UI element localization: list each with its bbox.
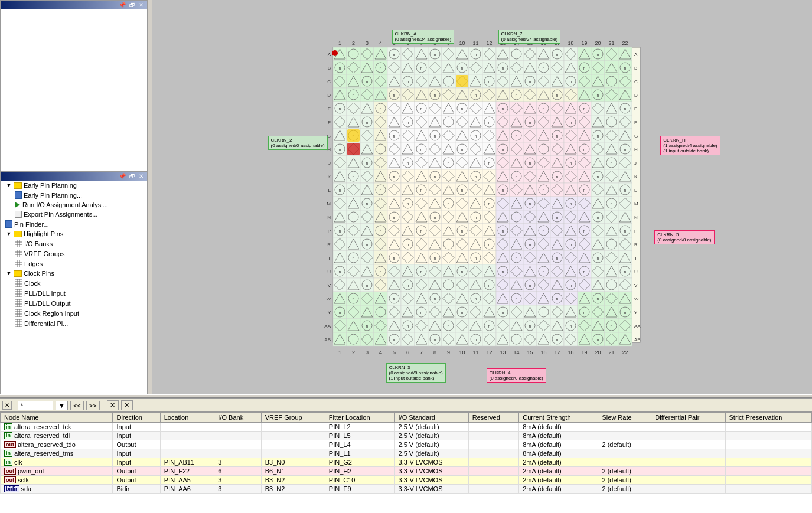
table-cell: 2mA (default) bbox=[519, 485, 598, 494]
tasks-close-icon[interactable]: ✕ bbox=[138, 173, 145, 179]
table-cell: outpwm_out bbox=[1, 467, 113, 476]
table-row[interactable]: outaltera_reserved_tdoOutputPIN_L42.5 V … bbox=[1, 440, 812, 449]
svg-text:F: F bbox=[634, 120, 637, 125]
table-cell: outsclk bbox=[1, 476, 113, 485]
tasks-float-icon[interactable]: 🗗 bbox=[128, 173, 136, 179]
svg-rect-797 bbox=[591, 224, 605, 237]
svg-rect-678 bbox=[496, 197, 510, 210]
next-btn[interactable]: >> bbox=[86, 401, 100, 410]
svg-text:n: n bbox=[596, 297, 599, 301]
callout-clk-5-label: CLKRN_5 bbox=[657, 232, 711, 237]
svg-text:4: 4 bbox=[379, 40, 381, 46]
svg-text:22: 22 bbox=[622, 40, 628, 46]
svg-text:P: P bbox=[634, 228, 637, 234]
tree-item-early-pin-planning-item[interactable]: Early Pin Planning... bbox=[1, 190, 147, 200]
panel-divider[interactable] bbox=[148, 0, 152, 394]
tree-item-pll-dll-output[interactable]: PLL/DLL Output bbox=[1, 298, 147, 308]
named-input[interactable] bbox=[18, 401, 53, 410]
table-row[interactable]: inaltera_reserved_tdiInputPIN_L52.5 V (d… bbox=[1, 432, 812, 440]
callout-clk-h-sublabel: (1 assigned/4 assignable) bbox=[663, 143, 717, 148]
svg-rect-503 bbox=[374, 156, 387, 169]
svg-text:n: n bbox=[610, 80, 612, 84]
svg-text:21: 21 bbox=[608, 349, 614, 355]
svg-text:n: n bbox=[406, 202, 409, 206]
table-row[interactable]: inclkInputPIN_AB113B3_N0PIN_G23.3-V LVCM… bbox=[1, 458, 812, 467]
table-cell: 3.3-V LVCMOS bbox=[394, 476, 468, 485]
table-row[interactable]: bidirsdaBidirPIN_AA63B3_N2PIN_E93.3-V LV… bbox=[1, 485, 812, 494]
svg-text:n: n bbox=[338, 188, 341, 192]
prev-btn[interactable]: << bbox=[70, 401, 84, 410]
table-container[interactable]: Node NameDirectionLocationI/O BankVREF G… bbox=[0, 412, 812, 513]
edit-x-btn2[interactable]: ✕ bbox=[121, 400, 133, 410]
svg-rect-1028 bbox=[442, 292, 455, 305]
tree-item-clock[interactable]: Clock bbox=[1, 278, 147, 288]
svg-text:n: n bbox=[474, 175, 477, 179]
table-cell bbox=[598, 432, 651, 440]
tree-item-pll-dll-input[interactable]: PLL/DLL Input bbox=[1, 288, 147, 298]
svg-text:AA: AA bbox=[324, 324, 331, 329]
svg-rect-244 bbox=[360, 88, 374, 102]
edit-x-btn1[interactable]: ✕ bbox=[107, 400, 119, 410]
tree-item-export-pin[interactable]: Export Pin Assignments... bbox=[1, 210, 147, 219]
table-cell: inclk bbox=[1, 458, 113, 467]
close-bottom-btn[interactable]: ✕ bbox=[2, 401, 12, 410]
grid-icon bbox=[15, 289, 22, 297]
dir-badge: in bbox=[4, 432, 12, 439]
tree-item-clock-region-input[interactable]: Clock Region Input bbox=[1, 308, 147, 318]
view-canvas[interactable]: 12345678910111213141516171819202122 ABCD… bbox=[152, 0, 812, 394]
svg-rect-293 bbox=[347, 102, 360, 115]
table-cell: 8mA (default) bbox=[519, 432, 598, 440]
close-icon[interactable]: ✕ bbox=[138, 2, 145, 8]
svg-text:n: n bbox=[393, 93, 395, 97]
float-icon[interactable]: 🗗 bbox=[128, 2, 136, 8]
tree-item-highlight-pins-group[interactable]: ▼Highlight Pins bbox=[1, 229, 147, 238]
svg-rect-629 bbox=[510, 183, 523, 197]
tree-item-vref-groups[interactable]: VREF Groups bbox=[1, 249, 147, 259]
folder-icon bbox=[14, 270, 22, 277]
svg-text:n: n bbox=[596, 53, 599, 57]
col-header: Node Name bbox=[1, 413, 113, 423]
tree-item-differential-pins[interactable]: Differential Pi... bbox=[1, 318, 147, 328]
table-row[interactable]: outpwm_outOutputPIN_F226B6_N1PIN_H23.3-V… bbox=[1, 467, 812, 476]
chip-diagram[interactable]: 12345678910111213141516171819202122 ABCD… bbox=[315, 35, 650, 364]
svg-rect-1203 bbox=[564, 332, 578, 346]
svg-rect-769 bbox=[428, 224, 442, 237]
svg-text:22: 22 bbox=[622, 349, 628, 355]
table-cell: 3.3-V LVCMOS bbox=[394, 467, 468, 476]
table-cell bbox=[651, 458, 725, 467]
node-name: sda bbox=[21, 485, 32, 492]
tasks-pin-icon[interactable]: 📌 bbox=[118, 173, 127, 179]
tree-item-early-pin-planning-group[interactable]: ▼Early Pin Planning bbox=[1, 181, 147, 190]
pin-icon[interactable]: 📌 bbox=[118, 2, 127, 8]
callout-clk-7-sublabel: (0 assigned/24 assignable) bbox=[501, 37, 558, 42]
svg-text:M: M bbox=[327, 201, 331, 207]
svg-text:n: n bbox=[556, 215, 558, 220]
table-cell: Output bbox=[113, 476, 160, 485]
dir-badge: out bbox=[4, 468, 16, 475]
table-row[interactable]: inaltera_reserved_tmsInputPIN_L12.5 V (d… bbox=[1, 449, 812, 458]
tree-item-clock-pins-group[interactable]: ▼Clock Pins bbox=[1, 269, 147, 278]
svg-text:12: 12 bbox=[486, 40, 492, 46]
svg-text:n: n bbox=[393, 134, 395, 138]
table-cell bbox=[651, 485, 725, 494]
svg-rect-468 bbox=[469, 142, 482, 156]
table-cell bbox=[725, 432, 811, 440]
svg-text:AA: AA bbox=[634, 324, 641, 329]
table-row[interactable]: outsclkOutputPIN_AA53B3_N2PIN_C103.3-V L… bbox=[1, 476, 812, 485]
callout-clk-5-sublabel: (0 assigned/0 assignable) bbox=[657, 237, 711, 243]
tree-item-pin-finder[interactable]: Pin Finder... bbox=[1, 219, 147, 229]
callout-clk-3: CLKRN_3 (0 assigned/8 assignable) (1 inp… bbox=[386, 363, 446, 383]
svg-text:T: T bbox=[328, 256, 331, 261]
svg-text:L: L bbox=[634, 188, 637, 193]
table-cell: Output bbox=[113, 440, 160, 449]
tree-item-edges[interactable]: Edges bbox=[1, 259, 147, 269]
svg-rect-965 bbox=[374, 278, 387, 292]
svg-text:10: 10 bbox=[459, 349, 465, 355]
tree-item-io-banks[interactable]: I/O Banks bbox=[1, 238, 147, 249]
col-header: Direction bbox=[113, 413, 160, 423]
tree-item-run-io[interactable]: Run I/O Assignment Analysi... bbox=[1, 200, 147, 210]
svg-text:n: n bbox=[529, 324, 531, 328]
svg-text:n: n bbox=[610, 324, 612, 328]
named-dropdown[interactable]: ▼ bbox=[56, 401, 68, 410]
table-row[interactable]: inaltera_reserved_tckInputPIN_L22.5 V (d… bbox=[1, 423, 812, 432]
